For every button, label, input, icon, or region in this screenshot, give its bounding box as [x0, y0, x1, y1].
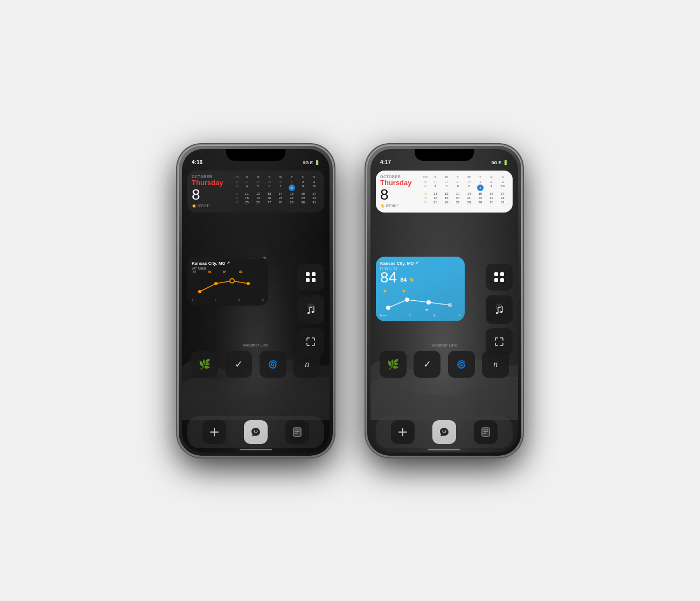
svg-rect-21 [494, 278, 498, 282]
app-icon-music-light[interactable] [486, 297, 513, 324]
time-light: 4:17 [380, 159, 391, 165]
svg-point-24 [496, 312, 498, 314]
dock-notes-dark[interactable] [285, 420, 309, 444]
status-right-dark: 5G E 🔋 [303, 160, 320, 165]
notch-light [415, 149, 474, 161]
svg-point-25 [500, 311, 502, 313]
svg-rect-5 [312, 272, 316, 276]
svg-rect-20 [500, 272, 504, 276]
weather-temp-main-light: 84 [380, 270, 397, 285]
bottom-app-icons-dark: 🌿 ✓ 🌀 n [187, 351, 324, 378]
time-dark: 4:16 [192, 159, 202, 165]
weather-widget-light[interactable]: Kansas City, MO ↗ H: 87 L: 63 84 84 ☀️ [376, 257, 465, 321]
svg-point-2 [230, 279, 234, 283]
dock-dark [187, 416, 324, 448]
svg-point-16 [426, 300, 431, 305]
signal-light: 5G E [492, 160, 501, 165]
svg-point-14 [386, 306, 390, 310]
bottom-app-icons-light: 🌿 ✓ 🌀 n [376, 351, 513, 378]
phones-container: 4:16 5G E 🔋 OCTOBER Thursday 8 ☀️ 83°/61… [178, 145, 522, 457]
dock-chat-dark[interactable] [244, 420, 268, 444]
svg-rect-22 [500, 278, 504, 282]
app-check-light[interactable]: ✓ [414, 351, 440, 378]
notch-dark [226, 149, 285, 161]
svg-point-17 [448, 303, 452, 307]
svg-point-1 [214, 282, 218, 285]
app-leaf-light[interactable]: 🌿 [380, 351, 407, 378]
cal-month-light: OCTOBER [380, 175, 418, 179]
phone-dark: 4:16 5G E 🔋 OCTOBER Thursday 8 ☀️ 83°/61… [178, 145, 334, 457]
cal-day-name-dark: Thursday [192, 179, 229, 187]
app-check-dark[interactable]: ✓ [225, 351, 252, 378]
timeline-labels-dark: TFSS [192, 298, 264, 301]
svg-rect-6 [306, 278, 310, 282]
app-n-light[interactable]: n [482, 351, 509, 378]
app-swirl-dark[interactable]: 🌀 [260, 351, 286, 378]
cal-month-dark: OCTOBER [192, 175, 229, 179]
dock-plus-light[interactable] [391, 420, 415, 444]
svg-rect-19 [494, 272, 498, 276]
app-icon-music-dark[interactable] [297, 297, 324, 324]
svg-point-27 [445, 430, 446, 432]
weather-city-dark: Kansas City, MO ↗ [192, 261, 264, 266]
cal-day-num-light: 8 [380, 187, 418, 202]
dock-plus-dark[interactable] [202, 420, 226, 444]
weather-time-labels-light: Now56p7 [380, 314, 460, 317]
svg-rect-28 [482, 428, 489, 436]
svg-point-0 [198, 290, 201, 293]
app-n-dark[interactable]: n [293, 351, 320, 378]
calendar-widget-dark[interactable]: OCTOBER Thursday 8 ☀️ 83°/61° CW S M [187, 171, 324, 213]
weather-label-light: Weather Line [370, 343, 518, 348]
phone-screen-light: 4:17 5G E 🔋 OCTOBER Thursday 8 ☀️ 83°/61… [370, 149, 518, 452]
svg-point-3 [247, 282, 250, 285]
weather-desc-dark: 84° Clear [192, 266, 264, 270]
weather-widget-dark[interactable]: Kansas City, MO ↗ 84° Clear 87 86 84 [187, 257, 268, 306]
dock-chat-light[interactable] [432, 420, 456, 444]
signal-dark: 5G E [303, 160, 313, 165]
svg-point-15 [405, 298, 409, 302]
dock-light [376, 416, 513, 448]
svg-rect-7 [312, 278, 316, 282]
svg-point-10 [312, 311, 314, 313]
svg-rect-4 [306, 272, 310, 276]
battery-light: 🔋 [503, 160, 508, 165]
svg-point-26 [442, 430, 443, 432]
home-indicator-light [428, 449, 460, 450]
svg-text:☁: ☁ [424, 307, 429, 312]
svg-point-11 [254, 430, 255, 432]
home-indicator-dark [240, 449, 272, 450]
svg-rect-13 [293, 428, 301, 436]
app-icon-grid-light[interactable] [486, 264, 513, 291]
weather-label-dark: Weather Line [182, 343, 330, 348]
svg-point-9 [307, 312, 310, 314]
dock-notes-light[interactable] [474, 420, 498, 444]
app-icon-grid-dark[interactable] [297, 264, 324, 291]
status-right-light: 5G E 🔋 [492, 160, 508, 165]
calendar-widget-light[interactable]: OCTOBER Thursday 8 ☀️ 83°/61° CW S M [376, 171, 513, 213]
cal-weather-dark: ☀️ 83°/61° [192, 204, 229, 208]
cal-weather-light: ☀️ 83°/61° [380, 204, 418, 208]
battery-dark: 🔋 [314, 160, 320, 165]
weather-temps-dark: 87 86 84 83 [192, 270, 264, 297]
weather-city-light: Kansas City, MO ↗ [380, 261, 460, 266]
app-leaf-dark[interactable]: 🌿 [191, 351, 218, 378]
phone-light: 4:17 5G E 🔋 OCTOBER Thursday 8 ☀️ 83°/61… [366, 145, 522, 457]
svg-point-12 [256, 430, 257, 432]
cal-day-num-dark: 8 [192, 187, 229, 202]
app-swirl-light[interactable]: 🌀 [448, 351, 475, 378]
phone-screen-dark: 4:16 5G E 🔋 OCTOBER Thursday 8 ☀️ 83°/61… [182, 149, 330, 452]
cal-day-name-light: Thursday [380, 179, 418, 187]
